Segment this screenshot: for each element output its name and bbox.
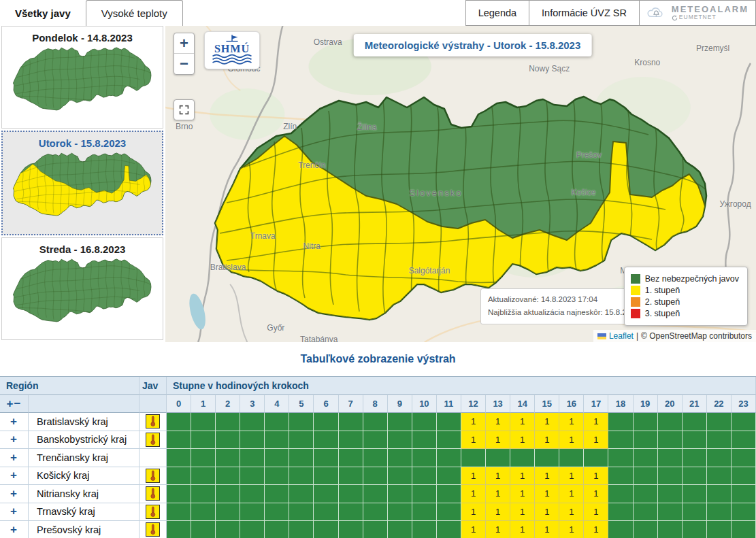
region-name: Nitriansky kraj (29, 485, 139, 503)
alert-levels-legend: Bez nebezpečných javov1. stupeň2. stupeň… (624, 267, 748, 326)
zoom-in-button[interactable]: + (174, 33, 194, 54)
alert-cell-h6 (314, 431, 338, 450)
legend-swatch (631, 309, 640, 318)
uvz-info-button[interactable]: Informácie ÚVZ SR (529, 0, 639, 26)
alert-cell-h1 (191, 449, 216, 467)
expand-row-button[interactable]: + (0, 413, 29, 431)
leaflet-map[interactable]: OlomoucBrnoZlínOstravaNowy SączKrosnoPrz… (165, 26, 756, 342)
alert-cell-h13 (486, 449, 510, 467)
alert-cell-h15: 1 (535, 503, 559, 522)
alert-cell-h17: 1 (584, 503, 608, 522)
fullscreen-button[interactable] (174, 99, 195, 120)
jav-icon-cell (139, 431, 167, 450)
expand-row-button[interactable]: + (0, 431, 29, 450)
alert-cell-h3 (240, 467, 265, 486)
alert-cell-h17: 1 (584, 431, 608, 450)
alert-cell-h22 (707, 413, 732, 431)
alert-cell-h14: 1 (510, 521, 535, 538)
alert-cell-h16: 1 (559, 521, 584, 538)
alert-cell-h5 (289, 413, 314, 431)
topbar-right: LegendaInformácie ÚVZ SR METEOALARM EUME… (465, 0, 756, 26)
alert-cell-h10 (412, 413, 437, 431)
hour-header-20: 20 (658, 395, 683, 413)
alert-cell-h4 (265, 449, 289, 467)
alert-cell-h18 (608, 413, 633, 431)
alert-cell-h6 (314, 449, 338, 467)
alert-cell-h13: 1 (486, 503, 510, 522)
hour-header-5: 5 (289, 395, 314, 413)
high-temperature-icon (146, 486, 160, 501)
jav-icon-cell (139, 485, 167, 503)
alert-cell-h11 (437, 485, 461, 503)
region-header-spacer (29, 395, 139, 413)
alert-cell-h16: 1 (559, 413, 584, 431)
alert-cell-h19 (634, 431, 658, 450)
day-thumbnail-label: Pondelok - 14.8.2023 (2, 32, 163, 44)
hour-header-18: 18 (608, 395, 633, 413)
alert-cell-h9 (388, 503, 412, 522)
region-name: Košický kraj (29, 467, 139, 486)
alert-cell-h12 (461, 449, 486, 467)
map-zoom-control: + − (174, 33, 195, 75)
alert-cell-h20 (658, 503, 683, 522)
hour-header-15: 15 (535, 395, 559, 413)
alert-cell-h2 (216, 449, 240, 467)
alert-cell-h7 (339, 521, 363, 538)
alert-cell-h20 (658, 449, 683, 467)
expand-row-button[interactable]: + (0, 449, 29, 467)
legenda-button[interactable]: Legenda (465, 0, 529, 26)
legend-item-1: 1. stupeň (631, 286, 739, 295)
high-temperature-icon (146, 414, 160, 428)
alert-cell-h9 (388, 485, 412, 503)
day-thumbnail-2[interactable]: Streda - 16.8.2023 (1, 237, 163, 340)
legend-item-2: 2. stupeň (631, 297, 739, 307)
alert-cell-h15: 1 (535, 485, 559, 503)
alert-cell-h0 (167, 449, 191, 467)
alert-cell-h19 (634, 485, 658, 503)
legend-swatch (631, 297, 640, 307)
cloud-bell-icon (646, 3, 666, 22)
alert-cell-h11 (437, 467, 461, 486)
tab-high-temperatures[interactable]: Vysoké teploty (86, 0, 183, 26)
legend-label: 2. stupeň (645, 297, 680, 307)
expand-row-button[interactable]: + (0, 467, 29, 486)
alert-cell-h14: 1 (510, 467, 535, 486)
expand-row-button[interactable]: + (0, 485, 29, 503)
alert-cell-h7 (339, 449, 363, 467)
alert-cell-h3 (240, 413, 265, 431)
jav-icon-cell (139, 449, 167, 467)
alert-cell-h9 (388, 467, 412, 486)
hour-header-19: 19 (634, 395, 658, 413)
alert-cell-h3 (240, 503, 265, 522)
alert-cell-h18 (608, 503, 633, 522)
meteoalarm-logo[interactable]: METEOALARM EUMETNET (639, 0, 756, 26)
hour-header-8: 8 (363, 395, 388, 413)
shmu-logo[interactable]: SHMÚ (204, 31, 260, 69)
alert-cell-h11 (437, 521, 461, 538)
alert-cell-h1 (191, 521, 216, 538)
hour-header-13: 13 (486, 395, 510, 413)
hour-header-0: 0 (167, 395, 191, 413)
alert-cell-h3 (240, 449, 265, 467)
legend-label: Bez nebezpečných javov (645, 274, 739, 284)
alert-cell-h3 (240, 521, 265, 538)
alert-cell-h4 (265, 485, 289, 503)
leaflet-link[interactable]: Leaflet (609, 331, 634, 341)
expand-row-button[interactable]: + (0, 503, 29, 522)
expand-row-button[interactable]: + (0, 521, 29, 538)
alert-cell-h7 (339, 503, 363, 522)
hour-header-10: 10 (412, 395, 437, 413)
day-thumbnail-0[interactable]: Pondelok - 14.8.2023 (1, 26, 163, 129)
day-thumbnail-1[interactable]: Utorok - 15.8.2023 (1, 131, 163, 235)
legend-swatch (631, 286, 640, 295)
tab-all-events[interactable]: Všetky javy (0, 0, 86, 26)
alert-cell-h20 (658, 485, 683, 503)
alert-cell-h13: 1 (486, 431, 510, 450)
column-header-region: Región (0, 377, 139, 395)
high-temperature-icon (146, 505, 160, 519)
hour-header-22: 22 (707, 395, 732, 413)
hour-header-6: 6 (314, 395, 338, 413)
zoom-out-button[interactable]: − (174, 54, 194, 74)
expand-collapse-all-button[interactable]: +− (0, 395, 29, 413)
hour-header-11: 11 (437, 395, 461, 413)
